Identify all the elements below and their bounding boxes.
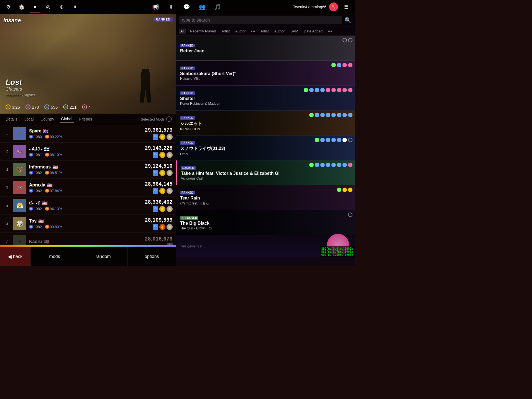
stat-combo: ◎ 211 (63, 104, 76, 109)
chat-icon[interactable]: 💬 (182, 2, 192, 12)
announce-icon[interactable]: 📢 (151, 2, 161, 12)
acc-label-3: % 98.51% (45, 171, 62, 175)
performance-overlay: 892fps(0.4|ms)1000h 581fps(3.78ms)1000h … (320, 246, 355, 257)
play-icon[interactable]: ● (29, 1, 40, 12)
dot-2-6 (337, 88, 341, 92)
score-area-3: 29,124,516 S ⭐ ⭐ (145, 163, 173, 176)
song-title-1: Senbonzakura (Short Ver)° (180, 71, 351, 76)
flag-7: 🇺🇸 (44, 239, 49, 244)
music-icon[interactable]: 🎵 (213, 2, 223, 12)
diff-icon: ★ (82, 104, 87, 109)
rank-3: 3 (3, 167, 10, 172)
mods-button[interactable]: mods (30, 247, 79, 266)
acc-icon-4: % (45, 189, 49, 193)
leaderboard-tabs: Details Local Country Global Friends Sel… (0, 114, 176, 125)
leaderboard-entry-1[interactable]: 1 🎵 Spare 🇬🇧 pp 1080 % (0, 125, 176, 143)
leaderboard-entry-5[interactable]: 5 😤 t[-_-t] 🇺🇸 pp 1082 (0, 197, 176, 215)
filter-tab-artist-2[interactable]: Artist (259, 29, 270, 34)
perf-line-2: 581fps(3.78ms)1000h (321, 250, 353, 253)
dot-2-4 (326, 88, 330, 92)
tab-country[interactable]: Country (39, 116, 55, 122)
editor-icon[interactable]: ⊕ (56, 1, 67, 12)
multiplayer-icon[interactable]: ◎ (43, 1, 54, 12)
results-icon[interactable]: ⏸ (69, 1, 80, 12)
player-name-row-5: t[-_-t] 🇺🇸 (29, 201, 145, 206)
player-name-row-1: Spare 🇬🇧 (29, 129, 145, 134)
user-avatar[interactable]: 🍓 (329, 2, 338, 11)
song-entry-better-joan[interactable]: RANKED Better Joan (176, 36, 355, 61)
acc-label-1: % 99.22% (45, 135, 62, 139)
filter-tab-artist-1[interactable]: Artist (220, 29, 231, 34)
filter-tab-bpm[interactable]: BPM (289, 29, 300, 34)
random-button[interactable]: random (79, 247, 127, 266)
filter-tab-recently-played[interactable]: Recently Played (188, 29, 218, 34)
score-area-6: 28,109,599 S 🤚 ⭐ (145, 217, 173, 230)
song-content-1: RANKED Senbonzakura (Short Ver)° Hatsune… (180, 65, 351, 81)
nav-center: 📢 ⬇ 💬 👥 🎵 (80, 2, 293, 12)
filter-tab-date-added[interactable]: Date Added (302, 29, 324, 34)
nav-right: TweakyLemming66 🍓 ☰ (293, 1, 352, 12)
hamburger-icon[interactable]: ☰ (341, 1, 352, 12)
tab-friends[interactable]: Friends (78, 116, 94, 122)
home-icon[interactable]: 🏠 (16, 1, 27, 12)
dot-6-0 (337, 188, 341, 192)
song-content-7: APPROVED The Big Black The Quick Brown F… (180, 215, 351, 230)
stat-time: ⏱ 3:25 (6, 104, 20, 109)
song-title-7: The Big Black (180, 221, 351, 226)
leaderboard-entry-2[interactable]: 2 🦦 - AJJ - 🇫🇮 pp 1081 (0, 143, 176, 161)
dot-1-3 (348, 63, 352, 67)
search-icon[interactable]: 🔍 (344, 17, 351, 24)
download-icon[interactable]: ⬇ (166, 2, 176, 12)
acc-icon-6: % (45, 225, 49, 229)
score-badges-7: S (145, 243, 173, 245)
dot-6-2 (348, 188, 352, 192)
bpm-icon: ♫ (25, 104, 30, 109)
back-button[interactable]: ◀ back (0, 247, 30, 266)
friends-icon[interactable]: 👥 (197, 2, 207, 12)
options-button[interactable]: options (128, 247, 176, 266)
song-entry-take-a-hint[interactable]: RANKED Take a Hint feat. Victoria Justic… (176, 160, 355, 185)
song-badge-5: RANKED (181, 166, 196, 170)
settings-icon[interactable]: ⚙ (3, 1, 14, 12)
song-entry-silhouette[interactable]: RANKED シルエット KANA-BOON (176, 111, 355, 135)
filter-dots-2[interactable]: ••• (326, 29, 333, 34)
player-name-row-2: - AJJ - 🇫🇮 (29, 147, 145, 152)
player-sub-1: pp 1080 % 99.22% (29, 135, 145, 139)
leaderboard-entry-3[interactable]: 3 🐻 Informous 🇺🇸 pp 1082 (0, 161, 176, 179)
mods-circle-icon (166, 116, 172, 122)
main-content: Insane RANKED Lost Chasers mapped by ktg… (0, 14, 355, 266)
score-area-4: 28,964,145 S ⭐ ⭐ (145, 181, 173, 194)
combo-icon: ◎ (63, 104, 68, 109)
pp-icon-1: pp (29, 135, 33, 139)
song-entry-snowdrive[interactable]: RANKED スノウドライヴ(01.23) Omoi (176, 135, 355, 160)
song-artist-3: KANA-BOON (180, 127, 351, 131)
flag-3: 🇺🇸 (52, 165, 58, 170)
song-entry-tear-rain[interactable]: RANKED Tear Rain cYsmix feat. えみぃ (176, 185, 355, 210)
silver-badge-2: ⭐ (167, 152, 173, 158)
leaderboard-entry-7[interactable]: 7 K Kaoru 🇺🇸 28,016,676 S (0, 233, 176, 245)
grade-badge-7: S (167, 243, 173, 245)
filter-tab-author-2[interactable]: Author (273, 29, 287, 34)
song-entry-big-black[interactable]: APPROVED The Big Black The Quick Brown F… (176, 210, 355, 235)
avatar-ajj: 🦦 (13, 145, 26, 158)
filter-dots-1[interactable]: ••• (250, 29, 257, 34)
filter-tab-all[interactable]: All (179, 29, 186, 34)
song-entry-senbonzakura[interactable]: RANKED Senbonzakura (Short Ver)° Hatsune… (176, 61, 355, 86)
song-badge-0: RANKED (180, 44, 195, 47)
gold-badge-1: ⭐ (159, 134, 165, 140)
tab-local[interactable]: Local (23, 116, 35, 122)
selected-mods-button[interactable]: Selected Mods (141, 116, 172, 122)
pp-val-3: 1082 (34, 171, 42, 175)
song-entry-shelter[interactable]: RANKED Shelter Porter Robinson & Madeon (176, 86, 355, 111)
rank-7: 7 (3, 239, 10, 244)
grade-badge-6: S (153, 224, 158, 230)
pp-icon-3: pp (29, 171, 33, 175)
filter-tabs: All Recently Played Artist Author ••• Ar… (176, 27, 355, 36)
tab-global[interactable]: Global (60, 116, 73, 122)
dot-2-7 (342, 88, 347, 92)
leaderboard-entry-4[interactable]: 4 🎮 Apraxia 🇺🇸 pp 1082 (0, 179, 176, 197)
leaderboard-entry-6[interactable]: 6 🎲 Toy 🇺🇸 pp 1082 % (0, 215, 176, 233)
filter-tab-author-1[interactable]: Author (234, 29, 247, 34)
tab-details[interactable]: Details (4, 116, 19, 122)
search-input[interactable] (179, 16, 342, 24)
